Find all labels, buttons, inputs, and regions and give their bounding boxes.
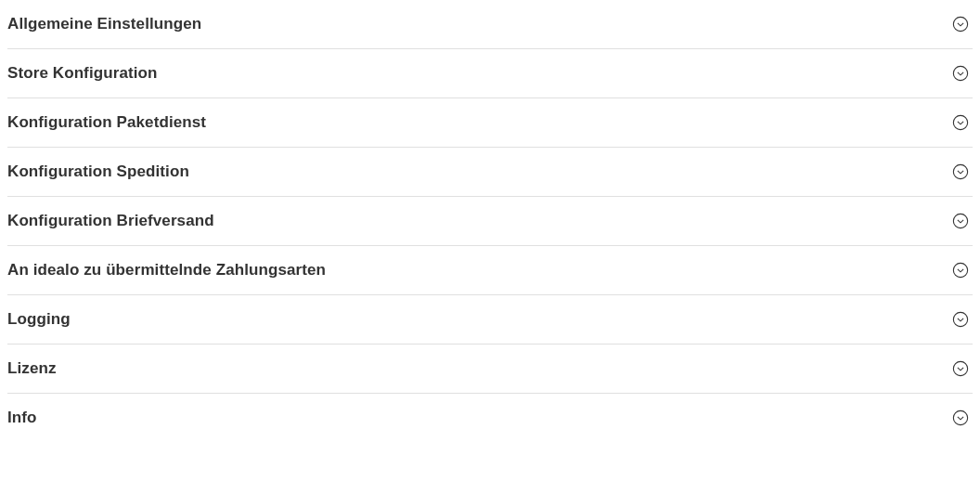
svg-point-0: [953, 17, 967, 31]
svg-point-7: [953, 361, 967, 375]
svg-point-6: [953, 312, 967, 326]
svg-point-2: [953, 115, 967, 129]
chevron-down-circle-icon: [952, 410, 969, 426]
accordion-item-label: Logging: [7, 310, 71, 329]
accordion-item-label: Konfiguration Spedition: [7, 162, 189, 181]
chevron-down-circle-icon: [952, 16, 969, 32]
accordion-item-info[interactable]: Info: [7, 394, 973, 442]
accordion-item-konfiguration-paketdienst[interactable]: Konfiguration Paketdienst: [7, 98, 973, 148]
accordion-item-konfiguration-spedition[interactable]: Konfiguration Spedition: [7, 148, 973, 197]
accordion-item-label: Konfiguration Briefversand: [7, 212, 214, 230]
svg-point-5: [953, 263, 967, 277]
chevron-down-circle-icon: [952, 163, 969, 180]
chevron-down-circle-icon: [952, 360, 969, 377]
accordion-item-zahlungsarten[interactable]: An idealo zu übermittelnde Zahlungsarten: [7, 246, 973, 295]
svg-point-8: [953, 410, 967, 424]
chevron-down-circle-icon: [952, 262, 969, 279]
accordion-item-lizenz[interactable]: Lizenz: [7, 344, 973, 394]
chevron-down-circle-icon: [952, 311, 969, 328]
accordion-item-allgemeine-einstellungen[interactable]: Allgemeine Einstellungen: [7, 0, 973, 49]
accordion-item-label: Lizenz: [7, 359, 57, 378]
svg-point-3: [953, 164, 967, 178]
svg-point-4: [953, 214, 967, 228]
accordion-item-label: Konfiguration Paketdienst: [7, 113, 206, 132]
accordion-item-store-konfiguration[interactable]: Store Konfiguration: [7, 49, 973, 98]
accordion-item-label: An idealo zu übermittelnde Zahlungsarten: [7, 261, 326, 280]
accordion-item-label: Store Konfiguration: [7, 64, 158, 83]
accordion-item-label: Info: [7, 409, 37, 427]
chevron-down-circle-icon: [952, 65, 969, 82]
accordion-item-konfiguration-briefversand[interactable]: Konfiguration Briefversand: [7, 197, 973, 246]
chevron-down-circle-icon: [952, 213, 969, 229]
svg-point-1: [953, 66, 967, 80]
accordion-item-label: Allgemeine Einstellungen: [7, 15, 201, 33]
accordion-item-logging[interactable]: Logging: [7, 295, 973, 344]
chevron-down-circle-icon: [952, 114, 969, 131]
accordion-list: Allgemeine Einstellungen Store Konfigura…: [0, 0, 980, 442]
